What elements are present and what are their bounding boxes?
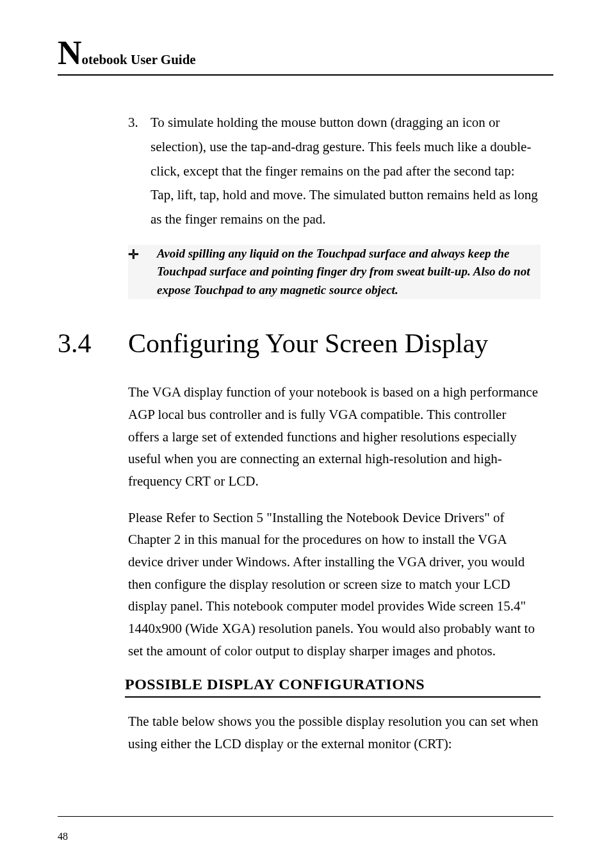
body-paragraph-2: Please Refer to Section 5 "Installing th… [128, 507, 541, 662]
plus-icon: ✛ [128, 245, 157, 300]
body-paragraph-1: The VGA display function of your noteboo… [128, 381, 541, 492]
numbered-list-item-3: 3. To simulate holding the mouse button … [128, 111, 541, 232]
header-big-letter: N [58, 35, 82, 71]
section-number: 3.4 [58, 328, 128, 359]
page-footer: 48 [58, 816, 553, 842]
section-heading: 3.4 Configuring Your Screen Display [58, 328, 553, 359]
subheading-display-config: POSSIBLE DISPLAY CONFIGURATIONS [125, 676, 541, 698]
page-container: Notebook User Guide 3. To simulate holdi… [0, 0, 611, 794]
list-text: To simulate holding the mouse button dow… [151, 111, 541, 232]
header-title-rest: otebook User Guide [82, 52, 196, 67]
warning-callout: ✛ Avoid spilling any liquid on the Touch… [128, 245, 541, 300]
body-paragraph-3: The table below shows you the possible d… [128, 710, 541, 755]
list-number: 3. [128, 111, 151, 232]
section-title: Configuring Your Screen Display [128, 328, 553, 359]
callout-text: Avoid spilling any liquid on the Touchpa… [157, 245, 541, 300]
page-number: 48 [58, 831, 68, 842]
page-header: Notebook User Guide [58, 45, 553, 76]
